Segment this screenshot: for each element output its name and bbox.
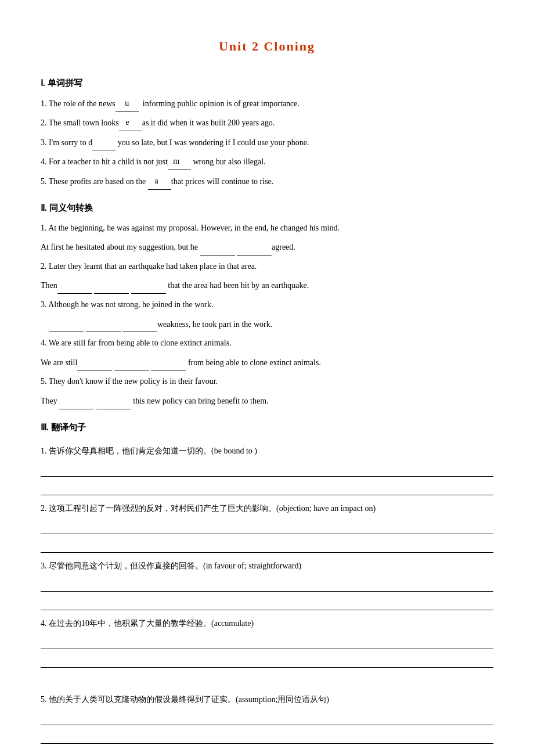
answer-III-2 (41, 521, 493, 553)
blank-I-5[interactable]: a (148, 174, 171, 190)
question-II-2-rewrite: Then that the area had been hit by an ea… (41, 278, 493, 294)
blank-II-2c[interactable] (131, 278, 166, 294)
blank-II-5b[interactable] (96, 393, 131, 409)
blank-I-4[interactable]: m (168, 154, 191, 170)
fill-line-III-5a[interactable] (41, 712, 493, 725)
fill-line-III-2a[interactable] (41, 521, 493, 534)
blank-I-3[interactable] (92, 135, 116, 151)
question-II-4-rewrite: We are still from being able to clone ex… (41, 355, 493, 371)
blank-II-4c[interactable] (151, 355, 186, 371)
section-II: Ⅱ. 同义句转换 1. At the beginning, he was aga… (41, 200, 493, 409)
fill-line-III-4a[interactable] (41, 636, 493, 649)
question-II-3-rewrite: weakness, he took part in the work. (41, 316, 493, 333)
fill-line-III-2b[interactable] (41, 540, 493, 553)
answer-III-5 (41, 712, 493, 744)
blank-II-3b[interactable] (86, 316, 121, 333)
question-II-2: 2. Later they learnt that an earthquake … (41, 259, 493, 275)
question-I-3: 3. I'm sorry to d you so late, but I was… (41, 135, 493, 151)
fill-line-III-5b[interactable] (41, 731, 493, 744)
question-III-4: 4. 在过去的10年中，他积累了大量的教学经验。(accumulate) (41, 616, 493, 631)
fill-line-III-3a[interactable] (41, 579, 493, 592)
fill-line-III-1b[interactable] (41, 483, 493, 495)
blank-II-5a[interactable] (59, 393, 94, 409)
fill-line-III-3b[interactable] (41, 597, 493, 610)
question-III-1: 1. 告诉你父母真相吧，他们肯定会知道一切的。(be bound to ) (41, 444, 493, 458)
blank-I-2[interactable]: e (119, 115, 142, 131)
question-II-3: 3. Although he was not strong, he joined… (41, 297, 493, 313)
question-III-5: 5. 他的关于人类可以克隆动物的假设最终得到了证实。(assumption;用同… (41, 692, 493, 707)
section-I: Ⅰ. 单词拼写 1. The role of the newsu informi… (41, 75, 493, 190)
fill-line-III-4b[interactable] (41, 655, 493, 668)
blank-II-1b[interactable] (237, 239, 272, 255)
section-II-title: Ⅱ. 同义句转换 (41, 200, 493, 216)
question-I-1: 1. The role of the newsu informing publi… (41, 96, 493, 112)
fill-line-III-1a[interactable] (41, 464, 493, 477)
blank-II-3c[interactable] (122, 316, 157, 333)
section-III: Ⅲ. 翻译句子 1. 告诉你父母真相吧，他们肯定会知道一切的。(be bound… (41, 420, 493, 744)
blank-II-2a[interactable] (57, 278, 92, 294)
page-title: Unit 2 Cloning (41, 35, 493, 58)
question-II-4: 4. We are still far from being able to c… (41, 336, 493, 351)
question-II-1-rewrite: At first he hesitated about my suggestio… (41, 239, 493, 255)
question-I-5: 5. These profits are based on the a that… (41, 174, 493, 190)
question-III-3: 3. 尽管他同意这个计划，但没作直接的回答。(in favour of; str… (41, 559, 493, 573)
section-I-title: Ⅰ. 单词拼写 (41, 75, 493, 91)
section-III-title: Ⅲ. 翻译句子 (41, 420, 493, 435)
blank-II-3a[interactable] (49, 316, 84, 333)
answer-III-3 (41, 579, 493, 610)
blank-II-2b[interactable] (94, 278, 129, 294)
question-II-5: 5. They don't know if the new policy is … (41, 374, 493, 390)
question-I-2: 2. The small town lookse as it did when … (41, 115, 493, 131)
question-III-2: 2. 这项工程引起了一阵强烈的反对，对村民们产生了巨大的影响。(objectio… (41, 501, 493, 516)
answer-III-4 (41, 636, 493, 668)
blank-II-1a[interactable] (200, 239, 235, 255)
blank-II-4b[interactable] (114, 355, 149, 371)
question-I-4: 4. For a teacher to hit a child is not j… (41, 154, 493, 170)
answer-III-1 (41, 464, 493, 495)
blank-I-1[interactable]: u (116, 96, 139, 112)
blank-II-4a[interactable] (77, 355, 112, 371)
question-II-1: 1. At the beginning, he was against my p… (41, 221, 493, 236)
question-II-5-rewrite: They this new policy can bring benefit t… (41, 393, 493, 409)
